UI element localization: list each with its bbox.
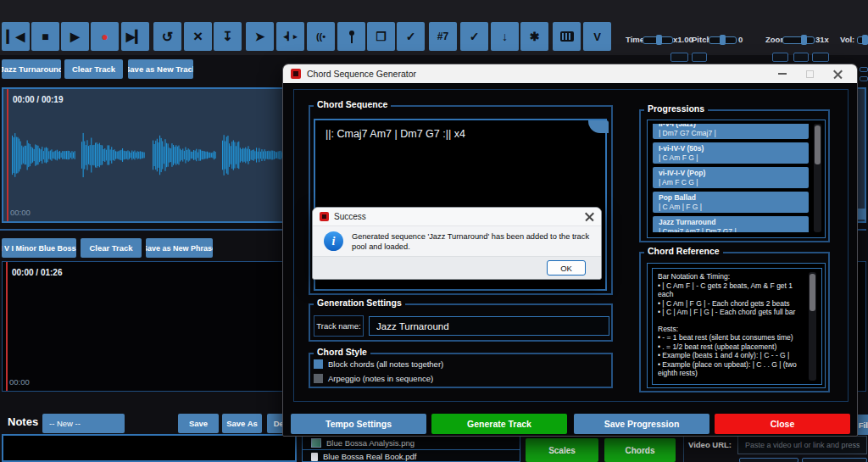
vol-slider[interactable] [857,36,868,44]
progression-item[interactable]: ii-V-I (Jazz)| Dm7 G7 Cmaj7 | [653,124,809,139]
message-text: Generated sequence 'Jazz Turnaround' has… [352,231,603,252]
file-name: Blue Bossa Real Book.pdf [323,452,416,461]
progression-item[interactable]: Jazz Turnaround| Cmaj7 Am7 | Dm7 G7 | [653,216,809,232]
message-box-titlebar[interactable]: Success [313,208,601,226]
play-icon[interactable]: ▶ [61,22,89,51]
progression-item[interactable]: vi-IV-I-V (Pop)| Am F C G | [653,167,809,188]
scrollbar[interactable] [814,124,821,232]
ui-fragment [793,53,809,62]
reference-line: Bar Notation & Timing: [658,272,804,281]
generation-settings-group: Track name: [309,303,613,342]
notes-save-button[interactable]: Save [178,414,219,433]
navigate-icon[interactable]: ➤ [246,22,274,51]
playhead[interactable] [7,89,8,221]
chord-reference-group-label: Chord Reference [644,246,723,256]
file-name: Blue Bossa Analysis.png [326,438,415,448]
time-slider[interactable] [643,36,673,44]
v-icon[interactable]: V [583,22,611,51]
progression-item[interactable]: Pop Ballad| C Am | F G | [653,192,809,213]
window-controls [778,70,849,79]
progression-item[interactable]: I-vi-IV-V (50s)| C Am F G | [653,142,809,164]
pin-icon[interactable] [337,22,365,51]
pin-icon-glyph [349,31,354,36]
audio-signal-icon[interactable]: ((• [307,22,335,51]
panel-divider [683,436,684,462]
sharp7-icon[interactable]: #7 [429,22,457,51]
reference-line: Rests: [658,325,804,334]
notes-save-as-button[interactable]: Save As [222,414,262,433]
chord-style-option[interactable]: Arpeggio (notes in sequence) [314,373,433,384]
phrase-pool-selector[interactable]: II V I Minor Blue Bossa [2,238,76,258]
close-icon[interactable] [833,70,843,79]
progressions-items: ii-V-I (Jazz)| Dm7 G7 Cmaj7 |I-vi-IV-V (… [653,124,809,232]
app-icon [291,69,301,79]
slider-thumb[interactable] [720,35,726,45]
generation-settings-group-label: Generation Settings [314,298,405,308]
app-icon [320,212,329,221]
layers-icon[interactable]: ❐ [367,22,395,51]
slider-thumb[interactable] [656,35,662,45]
scrollbar[interactable] [809,272,816,381]
clear-track-button[interactable]: Clear Track [64,59,123,79]
save-as-new-phrase-button[interactable]: Save as New Phrase [146,238,213,258]
app-window: ▎◀■▶●▶▎↺×↧➤◂▎▸((•❐✓#7✓↓✱VTime:x1.00Pitch… [0,0,868,462]
scales-button[interactable]: Scales [526,438,598,462]
chords-button[interactable]: Chords [604,438,676,462]
generate-track-button[interactable]: Generate Track [431,414,567,434]
scrollbar-thumb[interactable] [815,125,821,164]
slider-thumb[interactable] [801,35,807,45]
zoom-slider[interactable] [782,36,815,44]
reference-line: • - = 1 beat rest (silent but consumes t… [658,333,804,342]
fader-icon[interactable]: ◂▎▸ [276,22,304,51]
vol-slider-label: Vol: [840,35,854,44]
dialog-titlebar[interactable]: Chord Sequence Generator [283,64,857,83]
record-icon[interactable]: ● [91,22,119,51]
pdf-file-icon [311,453,318,461]
save-as-new-track-button[interactable]: Save as New Track [128,59,193,79]
playhead[interactable] [6,262,8,391]
chord-style-option[interactable]: Block chords (all notes together) [314,359,443,370]
progressions-list: ii-V-I (Jazz)| Dm7 G7 Cmaj7 |I-vi-IV-V (… [647,120,826,238]
ok-button[interactable]: OK [547,260,586,276]
progression-name: Pop Ballad [659,193,803,203]
tempo-settings-button[interactable]: Tempo Settings [291,414,426,434]
option-swatch [314,374,323,383]
skip-end-icon[interactable]: ▶▎ [121,22,149,51]
close-icon[interactable] [585,212,594,221]
close-button[interactable]: Close [715,414,850,434]
file-list-item[interactable]: Blue Bossa Analysis.png [303,437,520,450]
import-icon[interactable]: ↧ [214,22,242,51]
track-name-input[interactable] [369,316,609,336]
chord-reference-text: Bar Notation & Timing:• | C Am F | - C g… [658,272,804,381]
clear-phrase-button[interactable]: Clear Track [81,238,142,258]
slider-thumb[interactable] [862,35,868,45]
save-progression-button[interactable]: Save Progression [574,414,709,434]
track-pool-selector[interactable]: Jazz Turnaround [2,59,61,79]
video-url-input[interactable] [737,436,867,454]
track-pool-highlight-fragment [858,209,866,220]
reference-line [658,378,804,381]
ui-fragment [739,458,798,462]
skip-start-icon[interactable]: ▎◀ [2,22,30,51]
file-list-item[interactable]: Blue Bossa Real Book.pdf [303,450,520,462]
notes-selector[interactable]: -- New -- [42,414,125,433]
maximize-icon[interactable] [806,70,814,78]
minimize-icon[interactable] [778,73,787,75]
reference-line: • . = 1/2 beat rest (upbeat placement) [658,342,804,352]
chord-style-group-label: Chord Style [314,347,370,357]
stop-icon[interactable]: ■ [31,22,59,51]
progression-name: I-vi-IV-V (50s) [659,144,803,153]
asterisk-icon[interactable]: ✱ [520,22,548,51]
chord-reference-group: Bar Notation & Timing:• | C Am F | - C g… [639,252,830,392]
pitch-slider[interactable] [709,36,737,44]
piano-icon[interactable] [553,22,581,51]
history-loop-icon[interactable]: ↺ [153,22,181,51]
file-list: Blue Bossa Analysis.pngBlue Bossa Real B… [302,436,520,462]
delete-icon[interactable]: × [184,22,212,51]
check-icon[interactable]: ✓ [397,22,425,51]
notes-textarea[interactable] [2,434,297,462]
scrollbar-thumb[interactable] [810,274,815,311]
arrow-down-icon[interactable]: ↓ [491,22,519,51]
check2-icon[interactable]: ✓ [460,22,488,51]
option-label: Arpeggio (notes in sequence) [328,374,433,383]
